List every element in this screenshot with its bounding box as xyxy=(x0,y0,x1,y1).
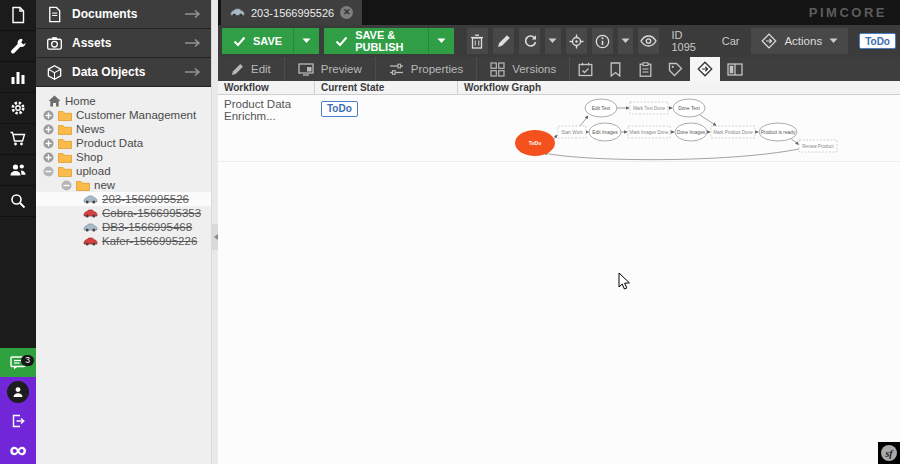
graph-node-mark-text-done: Mark Text Done xyxy=(630,102,668,114)
tab-versions[interactable]: Versions xyxy=(477,57,570,81)
icon-rail: 3 ∞ xyxy=(0,0,36,464)
tree-item-203-1566995526[interactable]: 203-1566995526 xyxy=(36,192,211,206)
graph-node-edit-text: Edit Text xyxy=(585,99,617,117)
tree-item-shop[interactable]: Shop xyxy=(36,150,211,164)
tree-item-customer-management[interactable]: Customer Management xyxy=(36,108,211,122)
reload-button[interactable] xyxy=(519,28,540,54)
current-state-badge[interactable]: ToDo xyxy=(321,101,358,117)
graph-node-done-text: Done Text xyxy=(673,99,705,117)
open-preview-button[interactable] xyxy=(638,28,659,54)
tree-item-label: Product Data xyxy=(76,137,143,149)
rail-tools-button[interactable] xyxy=(0,31,36,62)
sidebar-panel-data-objects[interactable]: Data Objects xyxy=(36,58,211,87)
save-dropdown-button[interactable] xyxy=(293,28,319,54)
save-publish-button[interactable]: SAVE & PUBLISH xyxy=(324,28,454,54)
sidebar-splitter[interactable] xyxy=(211,0,218,464)
tab-close-icon[interactable]: ✕ xyxy=(340,6,353,19)
info-dropdown-button[interactable] xyxy=(618,28,633,54)
notifications-button[interactable]: 3 xyxy=(0,348,36,377)
save-publish-dropdown-button[interactable] xyxy=(428,28,454,54)
tab-schedule[interactable] xyxy=(570,57,600,81)
reload-dropdown-button[interactable] xyxy=(545,28,560,54)
tab-notes-events[interactable] xyxy=(630,57,660,81)
sidebar-panel-assets[interactable]: Assets xyxy=(36,29,211,58)
monitor-icon xyxy=(298,63,314,76)
pimcore-wordmark: PIMCORE xyxy=(809,5,887,20)
tree-item-new[interactable]: new xyxy=(36,178,211,192)
workflow-row[interactable]: Product Data Enrichm... ToDo xyxy=(218,95,900,162)
expand-plus-icon[interactable] xyxy=(43,110,54,121)
sidebar: Documents Assets Data Objects Home Custo… xyxy=(36,0,211,464)
object-id-label: ID 1095 xyxy=(664,29,709,53)
columns-icon xyxy=(727,63,743,76)
tree-item-label: 203-1566995526 xyxy=(102,193,189,205)
tab-edit[interactable]: Edit xyxy=(218,57,285,81)
calendar-check-icon xyxy=(578,62,593,77)
folder-icon xyxy=(58,124,72,135)
folder-icon xyxy=(76,180,90,191)
tree-item-upload[interactable]: upload xyxy=(36,164,211,178)
tree-item-db3-1566995468[interactable]: DB3-1566995468 xyxy=(36,220,211,234)
locate-in-tree-button[interactable] xyxy=(566,28,587,54)
notification-count-badge: 3 xyxy=(21,355,34,366)
tree-item-home[interactable]: Home xyxy=(36,94,211,108)
save-button[interactable]: SAVE xyxy=(222,28,319,54)
tab-reports[interactable] xyxy=(720,57,750,81)
expand-plus-icon[interactable] xyxy=(43,152,54,163)
save-publish-button-label: SAVE & PUBLISH xyxy=(355,29,417,53)
file-icon xyxy=(9,6,27,24)
save-button-label: SAVE xyxy=(253,35,282,47)
tree-item-kafer-1566995226[interactable]: Kafer-1566995226 xyxy=(36,234,211,248)
panel-label: Documents xyxy=(72,7,137,21)
chevron-down-icon xyxy=(829,38,838,44)
tree-item-label: upload xyxy=(76,165,111,177)
tab-preview[interactable]: Preview xyxy=(285,57,376,81)
column-header-workflow-graph[interactable]: Workflow Graph xyxy=(458,81,900,94)
object-tree: Home Customer Management News Product Da… xyxy=(36,87,211,248)
svg-text:Done Text: Done Text xyxy=(678,106,700,111)
tree-item-product-data[interactable]: Product Data xyxy=(36,136,211,150)
object-tabs-bar: Edit Preview Properties Versions xyxy=(218,57,900,81)
rail-reports-button[interactable] xyxy=(0,62,36,93)
collapse-left-icon xyxy=(214,234,218,240)
column-header-current-state[interactable]: Current State xyxy=(315,81,458,94)
user-profile-button[interactable] xyxy=(0,377,36,406)
symfony-profiler-button[interactable]: sf xyxy=(878,442,900,464)
svg-text:Mark Product Done: Mark Product Done xyxy=(713,130,753,135)
expand-plus-icon[interactable] xyxy=(43,124,54,135)
collapse-minus-icon[interactable] xyxy=(61,180,72,191)
car-gray-icon xyxy=(230,8,245,17)
pimcore-logo-button[interactable]: ∞ xyxy=(0,435,36,464)
rail-file-button[interactable] xyxy=(0,0,36,31)
workflow-actions-button[interactable]: Actions xyxy=(751,28,848,54)
graph-node-edit-images: Edit Images xyxy=(589,123,621,141)
grid-squares-icon xyxy=(490,62,505,77)
column-header-workflow[interactable]: Workflow xyxy=(218,81,315,94)
rename-button[interactable] xyxy=(493,28,514,54)
sidebar-panel-documents[interactable]: Documents xyxy=(36,0,211,29)
tab-label: Versions xyxy=(512,63,556,75)
graph-node-renew-product: Renew Product xyxy=(799,140,837,152)
delete-button[interactable] xyxy=(467,28,488,54)
expand-plus-icon[interactable] xyxy=(43,138,54,149)
tab-object-203[interactable]: 203-1566995526 ✕ xyxy=(221,0,362,25)
svg-text:Done Images: Done Images xyxy=(677,130,706,135)
rail-search-button[interactable] xyxy=(0,186,36,217)
graph-node-mark-images-done: Mark Images Done xyxy=(628,126,670,138)
tab-workflow[interactable] xyxy=(690,57,720,81)
info-button[interactable] xyxy=(592,28,613,54)
collapse-minus-icon[interactable] xyxy=(43,166,54,177)
tab-dependencies[interactable] xyxy=(600,57,630,81)
rail-ecommerce-button[interactable] xyxy=(0,124,36,155)
tree-item-news[interactable]: News xyxy=(36,122,211,136)
tab-properties[interactable]: Properties xyxy=(376,57,477,81)
tab-tags[interactable] xyxy=(660,57,690,81)
avatar xyxy=(7,381,29,403)
rail-customers-button[interactable] xyxy=(0,155,36,186)
panel-label: Data Objects xyxy=(72,65,145,79)
workflow-panel: Workflow Current State Workflow Graph Pr… xyxy=(218,81,900,464)
logout-button[interactable] xyxy=(0,406,36,435)
rail-settings-button[interactable] xyxy=(0,93,36,124)
workflow-graph: ToDo Start Work Edit Text Mark Text Done… xyxy=(458,95,898,161)
tree-item-cobra-1566995353[interactable]: Cobra-1566995353 xyxy=(36,206,211,220)
